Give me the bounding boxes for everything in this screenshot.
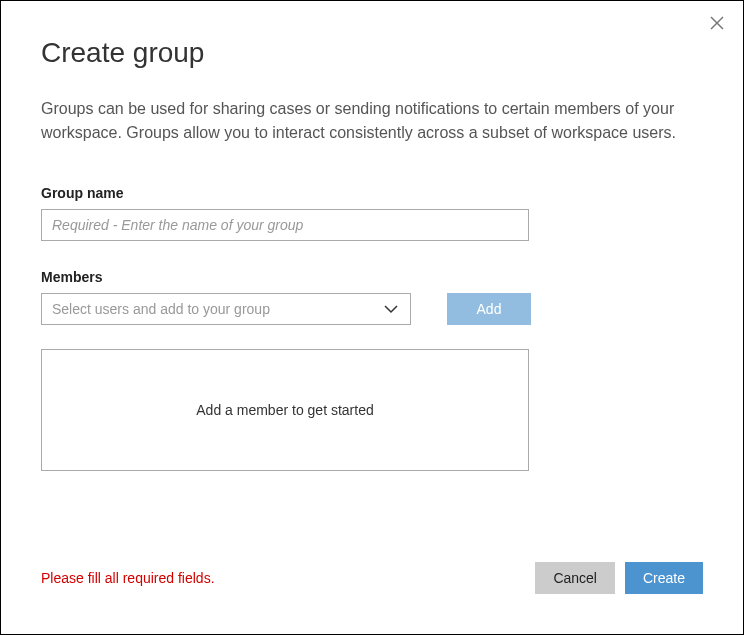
members-select[interactable]: Select users and add to your group: [41, 293, 411, 325]
members-label: Members: [41, 269, 703, 285]
members-select-placeholder: Select users and add to your group: [52, 301, 382, 317]
create-button[interactable]: Create: [625, 562, 703, 594]
group-name-label: Group name: [41, 185, 703, 201]
members-list-empty: Add a member to get started: [41, 349, 529, 471]
close-button[interactable]: [705, 11, 729, 35]
close-icon: [710, 16, 724, 30]
dialog-description: Groups can be used for sharing cases or …: [41, 97, 703, 145]
dialog-title: Create group: [41, 37, 703, 69]
members-empty-message: Add a member to get started: [196, 402, 373, 418]
create-group-dialog: Create group Groups can be used for shar…: [1, 1, 743, 634]
group-name-input[interactable]: [41, 209, 529, 241]
chevron-down-icon: [382, 300, 400, 318]
add-button[interactable]: Add: [447, 293, 531, 325]
error-message: Please fill all required fields.: [41, 570, 215, 586]
cancel-button[interactable]: Cancel: [535, 562, 615, 594]
